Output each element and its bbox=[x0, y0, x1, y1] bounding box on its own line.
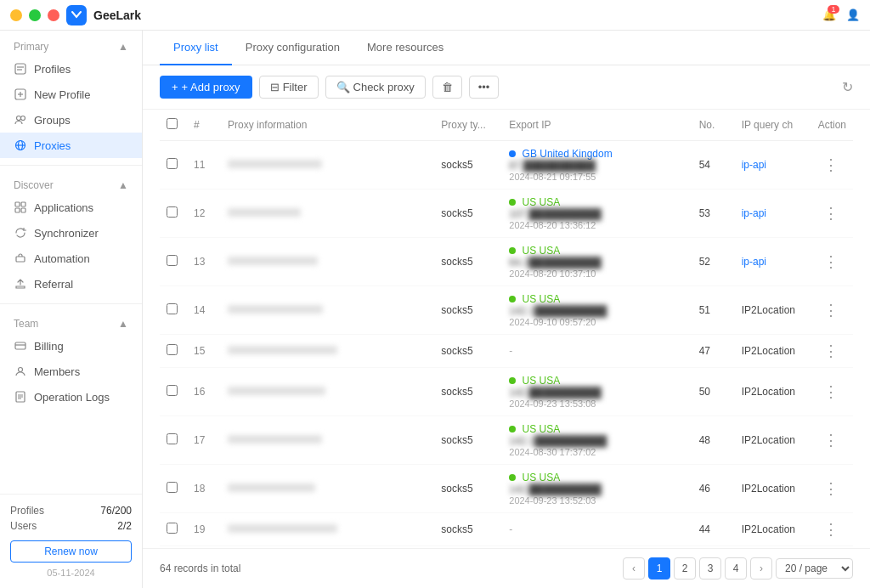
row-proxy-type: socks5 bbox=[434, 238, 502, 286]
action-menu-button[interactable]: ⋮ bbox=[818, 203, 844, 223]
sidebar-item-referral[interactable]: Referral bbox=[0, 271, 142, 297]
row-num: 16 bbox=[187, 368, 221, 416]
refresh-button[interactable]: ↻ bbox=[842, 79, 853, 95]
action-menu-button[interactable]: ⋮ bbox=[818, 341, 844, 361]
sidebar-team-section: Team ▲ Billing Members Operation Logs bbox=[0, 308, 142, 413]
sidebar-item-groups[interactable]: Groups bbox=[0, 107, 142, 133]
header-export-ip: Export IP bbox=[502, 110, 692, 141]
country-label: GB United Kingdom bbox=[523, 148, 613, 160]
sidebar-item-members[interactable]: Members bbox=[0, 359, 142, 384]
action-menu-button[interactable]: ⋮ bbox=[818, 519, 844, 540]
ip-date: 2024-08-20 10:37:10 bbox=[509, 269, 685, 279]
app-title: GeeLark bbox=[93, 8, 141, 22]
page-size-select[interactable]: 20 / page 50 / page 100 / page bbox=[776, 558, 853, 579]
row-ip-query: IP2Location bbox=[735, 416, 811, 465]
table-row: 17 socks5 US USA 142.1██████████ 2024-08… bbox=[160, 416, 853, 465]
chevron-up-icon-2: ▲ bbox=[118, 179, 128, 191]
applications-icon bbox=[14, 201, 27, 214]
maximize-button[interactable] bbox=[29, 9, 41, 21]
row-checkbox[interactable] bbox=[167, 482, 178, 493]
row-action: ⋮ bbox=[811, 189, 853, 238]
row-checkbox[interactable] bbox=[167, 303, 178, 314]
page-4-button[interactable]: 4 bbox=[725, 557, 747, 580]
row-checkbox-cell bbox=[160, 368, 187, 416]
svg-rect-16 bbox=[15, 342, 25, 349]
row-no: 53 bbox=[692, 189, 735, 238]
page-2-button[interactable]: 2 bbox=[674, 557, 696, 580]
pagination-controls: ‹ 1 2 3 4 › 20 / page 50 / page 100 / pa… bbox=[623, 557, 853, 580]
page-next-button[interactable]: › bbox=[750, 557, 772, 580]
row-export-ip: US USA 142.1██████████ 2024-08-30 17:37:… bbox=[502, 416, 692, 465]
row-checkbox[interactable] bbox=[167, 523, 178, 534]
ip-address: 107.██████████ bbox=[509, 208, 685, 220]
sidebar-item-new-profile[interactable]: New Profile bbox=[0, 82, 142, 107]
table-row: 14 socks5 US USA 142.1██████████ 2024-09… bbox=[160, 286, 853, 335]
row-num: 19 bbox=[187, 513, 221, 546]
row-proxy-info bbox=[221, 416, 434, 465]
tab-more-resources[interactable]: More resources bbox=[353, 31, 457, 65]
sidebar-item-operation-logs[interactable]: Operation Logs bbox=[0, 384, 142, 410]
more-options-button[interactable]: ••• bbox=[469, 76, 500, 99]
flag-dot bbox=[509, 150, 516, 157]
row-no: 50 bbox=[692, 368, 735, 416]
row-no: 46 bbox=[692, 465, 735, 513]
action-menu-button[interactable]: ⋮ bbox=[818, 155, 844, 175]
tab-proxy-config[interactable]: Proxy configuration bbox=[232, 31, 353, 65]
filter-button[interactable]: ⊟ Filter bbox=[259, 76, 319, 99]
sidebar-item-automation[interactable]: Automation bbox=[0, 246, 142, 271]
row-action: ⋮ bbox=[811, 465, 853, 513]
sidebar-groups-label: Groups bbox=[34, 114, 71, 127]
close-button[interactable] bbox=[48, 9, 59, 21]
row-checkbox[interactable] bbox=[167, 255, 178, 266]
footer-date: 05-11-2024 bbox=[10, 568, 132, 578]
action-menu-button[interactable]: ⋮ bbox=[818, 382, 844, 402]
row-checkbox[interactable] bbox=[167, 344, 178, 355]
row-ip-query: IP2Location bbox=[735, 368, 811, 416]
action-menu-button[interactable]: ⋮ bbox=[818, 430, 844, 450]
renew-button[interactable]: Renew now bbox=[10, 540, 132, 563]
row-checkbox[interactable] bbox=[167, 433, 178, 444]
table-row: 19 socks5 - 44 IP2Location ⋮ bbox=[160, 513, 853, 546]
country-label: US USA bbox=[523, 293, 561, 305]
row-proxy-type: socks5 bbox=[434, 189, 502, 238]
ellipsis-icon: ••• bbox=[478, 81, 490, 93]
check-proxy-button[interactable]: 🔍 Check proxy bbox=[325, 76, 426, 99]
table-row: 12 socks5 US USA 107.██████████ 2024-08-… bbox=[160, 189, 853, 238]
action-menu-button[interactable]: ⋮ bbox=[818, 252, 844, 272]
sidebar-item-profiles[interactable]: Profiles bbox=[0, 56, 142, 82]
sidebar-synchronizer-label: Synchronizer bbox=[34, 227, 99, 240]
select-all-checkbox[interactable] bbox=[167, 118, 178, 129]
header-proxy-type: Proxy ty... bbox=[434, 110, 502, 141]
pagination-bar: 64 records in total ‹ 1 2 3 4 › 20 / pag… bbox=[143, 548, 870, 588]
sidebar-item-applications[interactable]: Applications bbox=[0, 195, 142, 220]
page-prev-button[interactable]: ‹ bbox=[623, 557, 645, 580]
user-avatar[interactable]: 👤 bbox=[846, 8, 860, 21]
row-no: 48 bbox=[692, 416, 735, 465]
action-menu-button[interactable]: ⋮ bbox=[818, 300, 844, 320]
billing-icon bbox=[14, 339, 27, 353]
add-proxy-button[interactable]: + + Add proxy bbox=[160, 76, 252, 99]
minimize-button[interactable] bbox=[10, 9, 22, 21]
row-export-ip: - bbox=[502, 335, 692, 368]
row-ip-query: ip-api bbox=[735, 238, 811, 286]
row-checkbox[interactable] bbox=[167, 158, 178, 169]
notification-button[interactable]: 🔔 1 bbox=[822, 8, 836, 21]
header-checkbox-cell bbox=[160, 110, 187, 141]
sidebar-item-billing[interactable]: Billing bbox=[0, 333, 142, 359]
row-checkbox[interactable] bbox=[167, 385, 178, 396]
sidebar-item-proxies[interactable]: Proxies bbox=[0, 133, 142, 158]
sidebar-item-synchronizer[interactable]: Synchronizer bbox=[0, 220, 142, 246]
row-proxy-info bbox=[221, 286, 434, 335]
page-3-button[interactable]: 3 bbox=[699, 557, 721, 580]
page-1-button[interactable]: 1 bbox=[648, 557, 670, 580]
row-checkbox[interactable] bbox=[167, 206, 178, 218]
row-proxy-type: socks5 bbox=[434, 141, 502, 189]
tab-proxy-list[interactable]: Proxy list bbox=[160, 31, 232, 65]
row-no: 44 bbox=[692, 513, 735, 546]
svg-rect-11 bbox=[15, 202, 20, 206]
svg-point-6 bbox=[17, 116, 21, 121]
delete-button[interactable]: 🗑 bbox=[432, 76, 462, 99]
row-no: 52 bbox=[692, 238, 735, 286]
ip-date: 2024-08-20 13:36:12 bbox=[509, 220, 685, 230]
action-menu-button[interactable]: ⋮ bbox=[818, 478, 844, 499]
